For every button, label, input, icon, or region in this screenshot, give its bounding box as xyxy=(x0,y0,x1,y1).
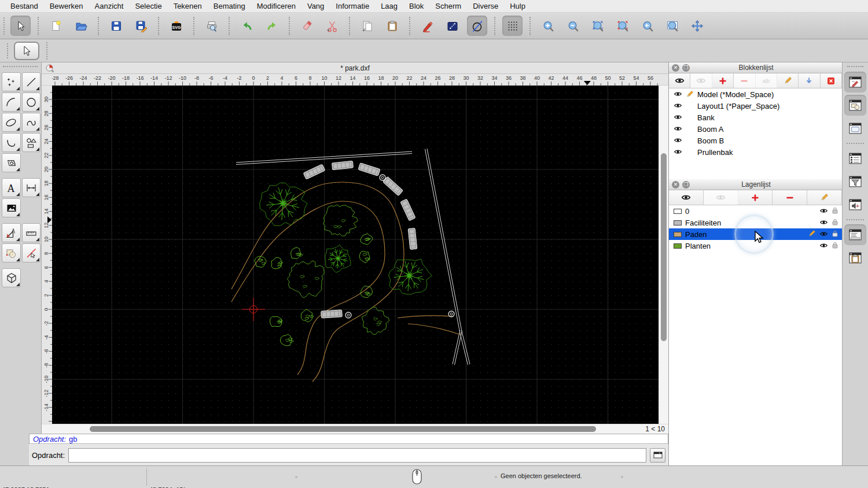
zoom-in-button[interactable] xyxy=(538,16,558,36)
menu-item-hulp[interactable]: Hulp xyxy=(504,2,531,10)
remove-layer-button[interactable] xyxy=(773,190,807,205)
layer-lock-icon[interactable] xyxy=(832,230,838,239)
menu-item-modificeren[interactable]: Modificeren xyxy=(251,2,301,10)
menu-item-vang[interactable]: Vang xyxy=(301,2,330,10)
close-icon[interactable]: ✕ xyxy=(672,181,679,188)
detach-icon[interactable]: ❐ xyxy=(682,64,690,72)
layer-lock-icon[interactable] xyxy=(832,206,838,216)
undo-button[interactable] xyxy=(237,16,257,36)
panel-toggle-property-editor[interactable] xyxy=(844,72,866,93)
layer-list-item[interactable]: Paden xyxy=(669,228,842,240)
circle-tool-button[interactable] xyxy=(22,93,41,112)
visibility-eye-icon[interactable] xyxy=(674,113,682,122)
panel-toggle-clipboard-viewer[interactable] xyxy=(844,247,866,268)
construction-tool-button[interactable] xyxy=(2,223,21,242)
purge-block-button[interactable] xyxy=(821,73,842,88)
svg-export-button[interactable]: SVG xyxy=(166,16,186,36)
close-icon[interactable]: ✕ xyxy=(672,64,679,72)
layer-visibility-eye-icon[interactable] xyxy=(819,242,828,250)
new-file-button[interactable] xyxy=(46,16,66,36)
visibility-eye-icon[interactable] xyxy=(674,136,682,145)
layer-list-item[interactable]: 0 xyxy=(669,205,842,217)
measure-tool-button[interactable] xyxy=(22,223,41,242)
drawing-canvas[interactable] xyxy=(52,86,659,424)
edit-block-button[interactable] xyxy=(777,73,799,88)
zoom-selection-button[interactable] xyxy=(612,16,632,36)
zoom-out-button[interactable] xyxy=(562,16,583,36)
selection-pointer-button[interactable] xyxy=(10,16,31,36)
panel-toggle-command-history[interactable] xyxy=(844,224,866,245)
layer-list-item[interactable]: Planten xyxy=(669,240,842,252)
visibility-eye-icon[interactable] xyxy=(674,102,682,110)
horizontal-scrollbar[interactable]: 1 < 10 xyxy=(42,424,668,434)
menu-item-bestand[interactable]: Bestand xyxy=(5,2,44,10)
block-list-item[interactable]: Boom B xyxy=(669,135,842,146)
hatch-tool-button[interactable] xyxy=(2,153,21,172)
text-tool-button[interactable]: A xyxy=(2,178,21,197)
line-tool-button[interactable] xyxy=(22,72,41,91)
visibility-eye-icon[interactable] xyxy=(674,148,682,157)
points-tool-button[interactable] xyxy=(2,72,21,91)
add-layer-button[interactable] xyxy=(738,190,773,205)
menu-item-aanzicht[interactable]: Aanzicht xyxy=(89,2,130,10)
show-all-eye-button[interactable] xyxy=(669,73,690,88)
polyline-tool-button[interactable] xyxy=(2,133,21,152)
menu-item-scherm[interactable]: Scherm xyxy=(429,2,467,10)
circle-line-button[interactable] xyxy=(467,16,487,36)
visibility-eye-icon[interactable] xyxy=(674,125,682,134)
menu-item-laag[interactable]: Laag xyxy=(375,2,403,10)
insert-block-button[interactable] xyxy=(799,73,820,88)
spline-tool-button[interactable] xyxy=(22,113,41,132)
menu-item-informatie[interactable]: Informatie xyxy=(330,2,375,10)
zoom-auto-button[interactable] xyxy=(587,16,608,36)
add-block-button[interactable] xyxy=(712,73,734,88)
menu-item-bewerken[interactable]: Bewerken xyxy=(44,2,89,10)
vertical-scrollbar[interactable] xyxy=(659,86,668,424)
block-list-item[interactable]: Layout1 (*Paper_Space) xyxy=(669,100,842,112)
distance-measure-button[interactable] xyxy=(442,16,462,36)
arc-tool-button[interactable] xyxy=(2,93,21,112)
layer-lock-icon[interactable] xyxy=(832,241,838,250)
menu-item-selectie[interactable]: Selectie xyxy=(129,2,167,10)
edit-layer-button[interactable] xyxy=(807,190,842,205)
menu-item-blok[interactable]: Blok xyxy=(403,2,429,10)
freehand-draw-button[interactable] xyxy=(417,16,437,36)
copy-button[interactable] xyxy=(357,16,377,36)
panel-toggle-selection-filter[interactable] xyxy=(844,171,866,192)
open-file-button[interactable] xyxy=(71,16,91,36)
panel-toggle-selection-properties[interactable] xyxy=(844,95,866,116)
vertical-scrollbar-thumb[interactable] xyxy=(661,153,667,341)
snap-tool-button[interactable] xyxy=(22,243,41,263)
hide-all-eye-button[interactable] xyxy=(690,73,712,88)
remove-block-button[interactable] xyxy=(734,73,755,88)
menu-item-bemating[interactable]: Bemating xyxy=(208,2,251,10)
zoom-previous-button[interactable] xyxy=(637,16,657,36)
rename-block-button[interactable]: a|b xyxy=(756,73,777,88)
save-as-button[interactable] xyxy=(131,16,151,36)
solid-tool-button[interactable] xyxy=(2,268,21,287)
layer-lock-icon[interactable] xyxy=(832,218,838,227)
ellipse-tool-button[interactable] xyxy=(2,113,21,132)
selection-pointer-option-button[interactable] xyxy=(14,42,39,60)
shapes-tool-button[interactable] xyxy=(22,133,41,152)
print-preview-button[interactable] xyxy=(201,16,222,36)
eraser-button[interactable] xyxy=(297,16,317,36)
menu-item-tekenen[interactable]: Tekenen xyxy=(168,2,208,10)
save-button[interactable] xyxy=(106,16,126,36)
block-list-item[interactable]: Prullenbak xyxy=(669,146,842,158)
dimension-tool-button[interactable] xyxy=(22,178,41,197)
detach-icon[interactable]: ❐ xyxy=(682,181,690,188)
hide-all-eye-button[interactable] xyxy=(704,190,738,205)
layer-visibility-eye-icon[interactable] xyxy=(819,230,828,239)
layer-visibility-eye-icon[interactable] xyxy=(819,219,828,227)
horizontal-scrollbar-thumb[interactable] xyxy=(90,426,596,432)
redo-button[interactable] xyxy=(262,16,282,36)
grid-snap-button[interactable] xyxy=(502,16,523,36)
pan-button[interactable] xyxy=(687,16,707,36)
zoom-window-button[interactable] xyxy=(662,16,682,36)
menu-item-diverse[interactable]: Diverse xyxy=(467,2,504,10)
command-window-toggle-button[interactable] xyxy=(650,448,665,463)
panel-toggle-block-list[interactable] xyxy=(844,148,866,169)
block-list-item[interactable]: Bank xyxy=(669,112,842,123)
layer-visibility-eye-icon[interactable] xyxy=(819,207,828,216)
